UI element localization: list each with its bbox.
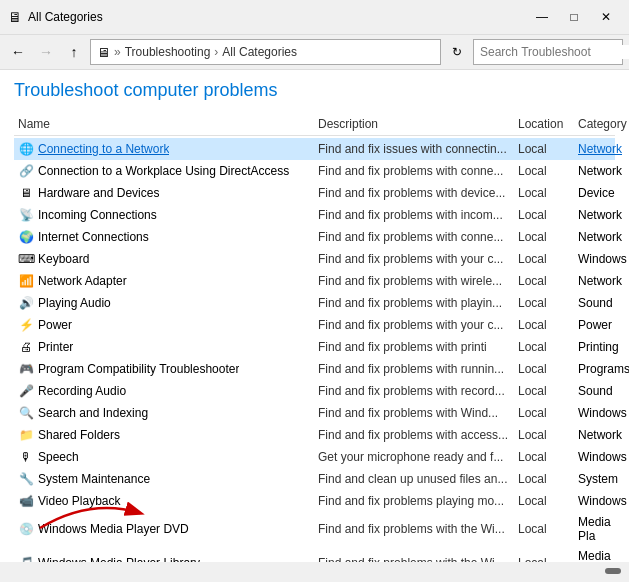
col-description[interactable]: Description	[314, 115, 514, 133]
table-row[interactable]: 🎮Program Compatibility TroubleshooterFin…	[14, 358, 615, 380]
table-row[interactable]: 🌐Connecting to a NetworkFind and fix iss…	[14, 138, 615, 160]
item-category: Windows	[574, 449, 629, 465]
item-description: Find and fix problems playing mo...	[314, 493, 514, 509]
table-row[interactable]: 🎙SpeechGet your microphone ready and f..…	[14, 446, 615, 468]
forward-button[interactable]: →	[34, 40, 58, 64]
items-list: 🌐Connecting to a NetworkFind and fix iss…	[14, 138, 615, 562]
item-name-cell: 🔍Search and Indexing	[14, 404, 314, 422]
item-category: Network	[574, 207, 626, 223]
table-row[interactable]: 🎤Recording AudioFind and fix problems wi…	[14, 380, 615, 402]
item-name-cell: 🌐Connecting to a Network	[14, 140, 314, 158]
item-description: Find and fix problems with the Wi...	[314, 521, 514, 537]
item-icon: 🌍	[18, 229, 34, 245]
item-description: Find and fix problems with Wind...	[314, 405, 514, 421]
item-icon: 🖨	[18, 339, 34, 355]
item-location: Local	[514, 493, 574, 509]
table-row[interactable]: ⚡PowerFind and fix problems with your c.…	[14, 314, 615, 336]
item-category: System	[574, 471, 622, 487]
item-category: Sound	[574, 295, 617, 311]
item-category: Media Pla	[574, 548, 615, 562]
col-category[interactable]: Category	[574, 115, 629, 133]
item-name-cell: 🎤Recording Audio	[14, 382, 314, 400]
item-location: Local	[514, 185, 574, 201]
item-location: Local	[514, 207, 574, 223]
breadcrumb-troubleshooting[interactable]: Troubleshooting	[125, 45, 211, 59]
table-row[interactable]: 💿Windows Media Player DVDFind and fix pr…	[14, 512, 615, 546]
table-row[interactable]: 🔧System MaintenanceFind and clean up unu…	[14, 468, 615, 490]
item-name-cell: 🖥Hardware and Devices	[14, 184, 314, 202]
title-bar-left: 🖥 All Categories	[8, 9, 103, 25]
item-location: Local	[514, 251, 574, 267]
table-row[interactable]: 🎵Windows Media Player LibraryFind and fi…	[14, 546, 615, 562]
item-label: Search and Indexing	[38, 406, 148, 420]
breadcrumb-sep2: ›	[214, 45, 218, 59]
page-title: Troubleshoot computer problems	[14, 80, 615, 101]
search-box[interactable]: 🔍	[473, 39, 623, 65]
item-location: Local	[514, 361, 574, 377]
table-row[interactable]: 🔗Connection to a Workplace Using DirectA…	[14, 160, 615, 182]
item-category: Windows	[574, 251, 629, 267]
search-input[interactable]	[480, 45, 629, 59]
item-location: Local	[514, 317, 574, 333]
item-location: Local	[514, 163, 574, 179]
item-name-cell: 🔊Playing Audio	[14, 294, 314, 312]
item-name-cell: ⚡Power	[14, 316, 314, 334]
item-location: Local	[514, 449, 574, 465]
table-row[interactable]: ⌨KeyboardFind and fix problems with your…	[14, 248, 615, 270]
item-location: Local	[514, 521, 574, 537]
column-headers: Name Description Location Category	[14, 113, 615, 136]
table-row[interactable]: 📶Network AdapterFind and fix problems wi…	[14, 270, 615, 292]
item-category: Network	[574, 229, 626, 245]
item-category: Printing	[574, 339, 623, 355]
item-label: Program Compatibility Troubleshooter	[38, 362, 239, 376]
item-location: Local	[514, 339, 574, 355]
up-button[interactable]: ↑	[62, 40, 86, 64]
item-label[interactable]: Connecting to a Network	[38, 142, 169, 156]
item-location: Local	[514, 141, 574, 157]
table-row[interactable]: 🔊Playing AudioFind and fix problems with…	[14, 292, 615, 314]
minimize-button[interactable]: —	[527, 6, 557, 28]
item-icon: 🔧	[18, 471, 34, 487]
table-row[interactable]: 🔍Search and IndexingFind and fix problem…	[14, 402, 615, 424]
item-label: Video Playback	[38, 494, 121, 508]
item-description: Find and fix problems with conne...	[314, 163, 514, 179]
item-name-cell: 💿Windows Media Player DVD	[14, 520, 314, 538]
item-icon: 🎤	[18, 383, 34, 399]
address-bar: ← → ↑ 🖥 » Troubleshooting › All Categori…	[0, 35, 629, 70]
item-category: Power	[574, 317, 616, 333]
table-row[interactable]: 📁Shared FoldersFind and fix problems wit…	[14, 424, 615, 446]
close-button[interactable]: ✕	[591, 6, 621, 28]
item-description: Find and fix problems with record...	[314, 383, 514, 399]
item-location: Local	[514, 405, 574, 421]
table-row[interactable]: 📹Video PlaybackFind and fix problems pla…	[14, 490, 615, 512]
maximize-button[interactable]: □	[559, 6, 589, 28]
item-category: Network	[574, 163, 626, 179]
item-category[interactable]: Network	[574, 141, 626, 157]
item-label: Recording Audio	[38, 384, 126, 398]
item-location: Local	[514, 471, 574, 487]
item-label: Keyboard	[38, 252, 89, 266]
table-row[interactable]: 🌍Internet ConnectionsFind and fix proble…	[14, 226, 615, 248]
back-button[interactable]: ←	[6, 40, 30, 64]
item-description: Find and fix problems with the Wi...	[314, 555, 514, 562]
table-row[interactable]: 📡Incoming ConnectionsFind and fix proble…	[14, 204, 615, 226]
item-icon: 🎮	[18, 361, 34, 377]
item-description: Find and fix problems with wirele...	[314, 273, 514, 289]
item-label: Windows Media Player DVD	[38, 522, 189, 536]
item-icon: 🎙	[18, 449, 34, 465]
item-icon: 📡	[18, 207, 34, 223]
address-field[interactable]: 🖥 » Troubleshooting › All Categories	[90, 39, 441, 65]
window-title: All Categories	[28, 10, 103, 24]
item-label: Playing Audio	[38, 296, 111, 310]
item-name-cell: 🎙Speech	[14, 448, 314, 466]
item-name-cell: 🎮Program Compatibility Troubleshooter	[14, 360, 314, 378]
item-icon: 📹	[18, 493, 34, 509]
refresh-button[interactable]: ↻	[445, 40, 469, 64]
table-row[interactable]: 🖥Hardware and DevicesFind and fix proble…	[14, 182, 615, 204]
col-name[interactable]: Name	[14, 115, 314, 133]
item-location: Local	[514, 295, 574, 311]
table-row[interactable]: 🖨PrinterFind and fix problems with print…	[14, 336, 615, 358]
item-icon: 🔊	[18, 295, 34, 311]
item-label: Power	[38, 318, 72, 332]
col-location[interactable]: Location	[514, 115, 574, 133]
